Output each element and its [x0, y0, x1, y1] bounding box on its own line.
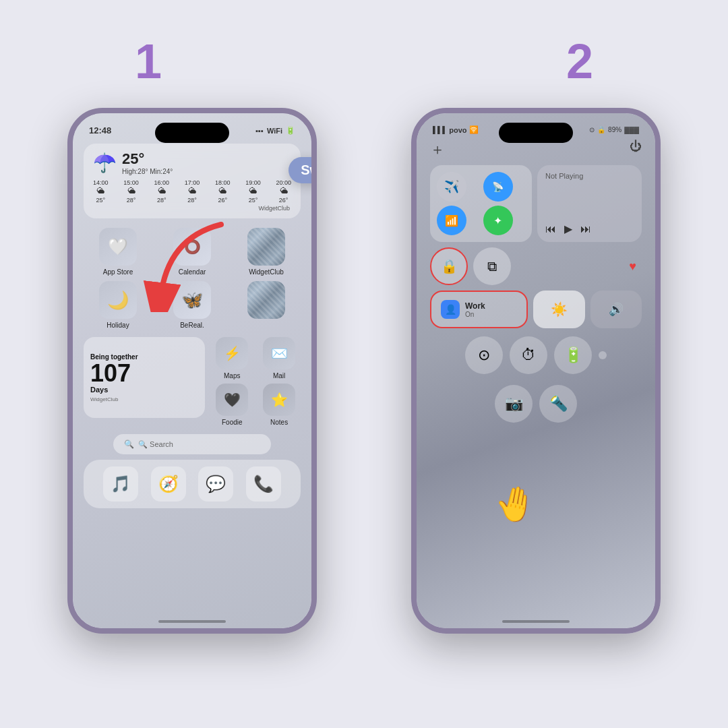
bluetooth-btn[interactable]: ✦: [483, 206, 513, 235]
heart-favorite-btn[interactable]: ♥: [629, 260, 636, 274]
weather-high-low: High:28° Min:24°: [122, 168, 173, 175]
cc-row-1: ✈️ 📡 📶 ✦ Not Playing ⏮ ▶ ⏭: [430, 165, 642, 242]
signal-icon: ▪▪▪: [255, 127, 264, 135]
foodie-icon: 🖤: [216, 384, 248, 416]
airplane-mode-btn[interactable]: ✈️: [437, 172, 466, 202]
now-playing-tile: Not Playing ⏮ ▶ ⏭: [537, 165, 642, 242]
phone1: 12:48 ▪▪▪ WiFi 🔋 ☂️ 25° High:28° Min:24°: [67, 108, 317, 634]
weather-hour-1: 15:00 🌥 28°: [123, 179, 139, 204]
notes-icon: ⭐: [263, 384, 295, 416]
dot-indicator: [599, 351, 607, 359]
home-indicator-2: [502, 620, 570, 623]
holiday-label: Holiday: [107, 322, 129, 329]
battery-bar-icon: ▓▓▓: [624, 126, 639, 133]
weather-hour-time: 16:00: [154, 179, 169, 186]
camera-btn[interactable]: 📷: [495, 385, 533, 423]
time-display: 12:48: [89, 125, 111, 135]
dock-messages[interactable]: 💬: [198, 466, 233, 502]
weather-cloud-icon: 🌥: [276, 186, 291, 195]
weather-hour-time: 19:00: [245, 179, 261, 186]
battery-icon: 🔋: [286, 126, 295, 135]
weather-hour-time: 20:00: [276, 179, 291, 186]
weather-hour-temp: 28°: [123, 197, 139, 204]
forward-btn[interactable]: ⏭: [580, 223, 591, 235]
lock-rotation-btn[interactable]: 🔒: [430, 247, 468, 285]
screen-mirror-btn[interactable]: ⧉: [473, 247, 511, 285]
carrier-name: povo: [449, 126, 466, 134]
weather-hour-5: 19:00 🌥 25°: [245, 179, 261, 204]
being-together-widget[interactable]: Being together 107 Days WidgetClub: [84, 337, 205, 418]
volume-speaker-icon: 🔊: [609, 302, 624, 317]
cc-top-row: ＋ ⏻: [417, 140, 655, 165]
weather-hour-time: 15:00: [123, 179, 139, 186]
weather-hour-0: 14:00 🌥 25°: [93, 179, 109, 204]
cc-status-left: ▌▌▌ povo 🛜: [433, 125, 479, 134]
being-days-number: 107: [90, 361, 131, 386]
cc-circles-row: ⊙ ⏱ 🔋: [430, 334, 642, 377]
weather-hour-time: 17:00: [185, 179, 200, 186]
brightness-btn[interactable]: ☀️: [533, 291, 585, 328]
battery-circle-btn[interactable]: 🔋: [554, 336, 592, 374]
cc-add-icon[interactable]: ＋: [430, 140, 445, 160]
wifi-status-icon: 🛜: [469, 125, 479, 134]
cc-row-3: 👤 Work On ☀️ 🔊: [430, 291, 642, 328]
side-btn-power: [315, 248, 317, 309]
cc-status-right: ⊙ 🔒 89% ▓▓▓: [589, 126, 639, 133]
weather-hour-3: 17:00 🌥 28°: [185, 179, 200, 204]
foodie-label: Foodie: [222, 419, 243, 426]
cc-grid: ✈️ 📡 📶 ✦ Not Playing ⏮ ▶ ⏭: [417, 165, 655, 425]
widgetclub-label-1: WidgetClub: [249, 268, 284, 276]
weather-umbrella-icon: ☂️: [93, 152, 117, 174]
list-item[interactable]: ✉️ Mail: [257, 337, 301, 380]
red-arrow-svg: [127, 218, 248, 312]
right-apps-grid: ⚡ Maps ✉️ Mail 🖤 Foodie ⭐: [210, 337, 301, 426]
main-container: 1 2 12:48 ▪▪▪ WiFi 🔋: [0, 0, 728, 728]
rewind-btn[interactable]: ⏮: [545, 223, 556, 235]
focus-circle-btn[interactable]: ⊙: [465, 336, 503, 374]
weather-hour-temp: 28°: [185, 197, 200, 204]
not-playing-label: Not Playing: [545, 172, 634, 180]
list-item[interactable]: ⚡ Maps: [210, 337, 253, 380]
list-item[interactable]: 🖤 Foodie: [210, 384, 253, 426]
weather-hour-temp: 25°: [93, 197, 109, 204]
search-bar[interactable]: 🔍 🔍 Search: [113, 434, 271, 454]
wifi-btn[interactable]: 📶: [437, 206, 466, 235]
signal-bars-icon: ▌▌▌: [433, 126, 447, 133]
airdrop-btn[interactable]: 📡: [483, 172, 513, 202]
weather-cloud-icon: 🌥: [215, 186, 231, 195]
dock-phone[interactable]: 📞: [246, 466, 281, 502]
step2-number: 2: [566, 34, 593, 89]
lock-icon: 🔒: [597, 126, 605, 133]
timer-circle-btn[interactable]: ⏱: [510, 336, 547, 374]
weather-widget-label: WidgetClub: [93, 205, 291, 212]
search-icon: 🔍: [124, 439, 134, 449]
connectivity-tile: ✈️ 📡 📶 ✦: [430, 165, 532, 242]
weather-widget[interactable]: ☂️ 25° High:28° Min:24° 14:00 🌥 25°: [84, 144, 301, 218]
screen-record-icon: ⊙: [589, 126, 595, 133]
dock-safari[interactable]: 🧭: [151, 466, 186, 502]
widgetclub-icon-1: [247, 228, 285, 266]
search-label: 🔍 Search: [138, 440, 173, 449]
weather-cloud-icon: 🌥: [185, 186, 200, 195]
cc-power-icon[interactable]: ⏻: [630, 140, 642, 160]
weather-cloud-icon: 🌥: [93, 186, 109, 195]
play-btn[interactable]: ▶: [564, 222, 572, 235]
mail-icon: ✉️: [263, 337, 295, 369]
dynamic-island-1: [155, 123, 229, 143]
work-focus-icon: 👤: [441, 300, 460, 319]
weather-hour-6: 20:00 🌥 26°: [276, 179, 291, 204]
dynamic-island-2: [499, 123, 573, 143]
cc-row-2: 🔒 ⧉ ♥: [430, 247, 642, 285]
weather-hour-temp: 26°: [215, 197, 231, 204]
work-focus-btn[interactable]: 👤 Work On: [430, 291, 528, 328]
weather-hour-temp: 25°: [245, 197, 261, 204]
weather-cloud-icon: 🌥: [245, 186, 261, 195]
maps-label: Maps: [224, 372, 240, 380]
weather-hour-time: 14:00: [93, 179, 109, 186]
volume-btn[interactable]: 🔊: [590, 291, 642, 328]
dock-music[interactable]: 🎵: [103, 466, 138, 502]
cc-bottom-circles: 📷 🔦: [430, 382, 642, 425]
flashlight-btn[interactable]: 🔦: [539, 385, 577, 423]
list-item[interactable]: ⭐ Notes: [257, 384, 301, 426]
mixed-section: Being together 107 Days WidgetClub ⚡ Map…: [73, 334, 311, 429]
